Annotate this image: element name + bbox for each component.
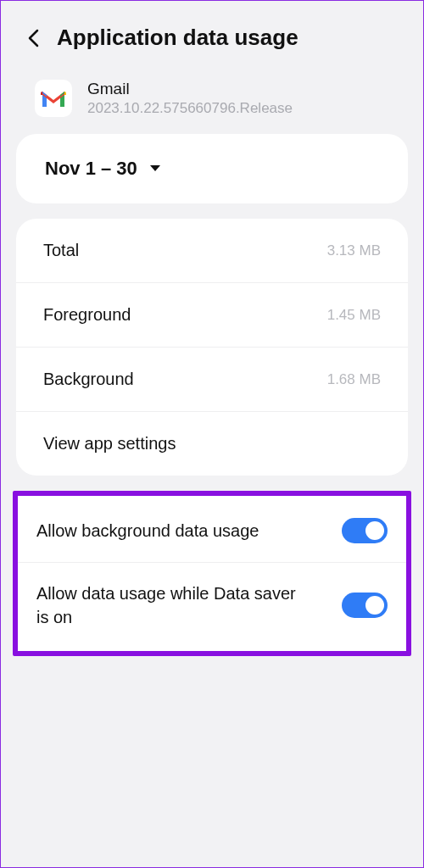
usage-background-label: Background [43, 370, 134, 389]
allow-data-saver-label: Allow data usage while Data saver is on [36, 581, 308, 629]
usage-total-value: 3.13 MB [327, 242, 381, 259]
back-icon[interactable] [25, 30, 42, 47]
usage-card: Total 3.13 MB Foreground 1.45 MB Backgro… [16, 219, 408, 476]
usage-foreground-value: 1.45 MB [327, 307, 381, 324]
usage-total-row: Total 3.13 MB [16, 219, 408, 283]
allow-background-data-switch[interactable] [342, 518, 388, 543]
view-app-settings-link[interactable]: View app settings [16, 412, 408, 476]
allow-data-saver-switch[interactable] [342, 593, 388, 618]
chevron-down-icon [149, 161, 161, 176]
app-info: Gmail 2023.10.22.575660796.Release [1, 66, 423, 134]
usage-foreground-label: Foreground [43, 305, 131, 325]
date-range-picker[interactable]: Nov 1 – 30 [16, 134, 408, 203]
usage-background-value: 1.68 MB [327, 371, 381, 388]
gmail-icon [35, 80, 72, 117]
app-version: 2023.10.22.575660796.Release [87, 100, 293, 117]
allow-data-saver-row[interactable]: Allow data usage while Data saver is on [18, 563, 406, 648]
allow-background-data-label: Allow background data usage [36, 519, 259, 542]
allow-background-data-row[interactable]: Allow background data usage [18, 499, 406, 563]
usage-foreground-row: Foreground 1.45 MB [16, 283, 408, 348]
page-title: Application data usage [57, 25, 298, 51]
date-range-label: Nov 1 – 30 [45, 158, 137, 180]
usage-total-label: Total [43, 241, 79, 260]
usage-background-row: Background 1.68 MB [16, 348, 408, 412]
app-name: Gmail [87, 80, 293, 98]
toggles-card: Allow background data usage Allow data u… [13, 491, 411, 656]
